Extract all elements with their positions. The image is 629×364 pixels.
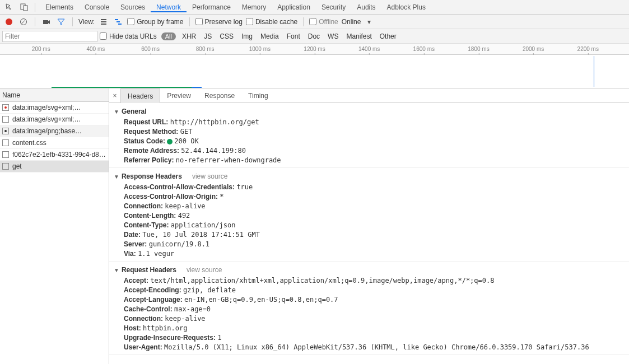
detail-tab-response[interactable]: Response — [198, 88, 241, 103]
detail-tab-timing[interactable]: Timing — [241, 88, 275, 103]
section-general: ▼GeneralRequest URL: http://httpbin.org/… — [109, 103, 629, 168]
device-toggle-icon[interactable] — [18, 1, 30, 13]
close-icon[interactable]: × — [109, 92, 120, 100]
request-list-header[interactable]: Name — [0, 88, 109, 102]
svg-rect-1 — [24, 6, 27, 11]
detail-tab-preview[interactable]: Preview — [160, 88, 198, 103]
tab-security[interactable]: Security — [316, 3, 351, 11]
preserve-log-checkbox[interactable]: Preserve log — [195, 18, 243, 26]
disable-cache-checkbox[interactable]: Disable cache — [246, 18, 297, 26]
svg-rect-4 — [43, 20, 48, 24]
tab-application[interactable]: Application — [272, 3, 316, 11]
record-button[interactable] — [3, 16, 15, 27]
request-name: f062c7e2-1efb-4331-99c4-d8… — [12, 151, 106, 158]
view-list-icon[interactable] — [98, 16, 109, 27]
timeline-ruler[interactable]: 200 ms400 ms600 ms800 ms1000 ms1200 ms14… — [0, 44, 629, 55]
tab-sources[interactable]: Sources — [115, 3, 151, 11]
clear-icon[interactable] — [18, 16, 29, 27]
timeline-overview[interactable] — [0, 55, 629, 88]
timeline-tick: 2200 ms — [577, 44, 599, 55]
request-name: get — [12, 162, 22, 170]
timeline-tick: 600 ms — [141, 44, 160, 55]
throttling-dropdown[interactable]: ▾ — [364, 18, 374, 26]
file-type-icon — [2, 163, 9, 170]
header-row: Date: Tue, 10 Jul 2018 17:41:51 GMT — [109, 230, 629, 240]
divider — [35, 17, 35, 26]
network-toolbar: View: Group by frame Preserve log Disabl… — [0, 15, 629, 29]
devtools-top-tabs: ElementsConsoleSourcesNetworkPerformance… — [0, 0, 629, 15]
section-header[interactable]: ▼Request Headersview source — [109, 264, 629, 276]
tab-console[interactable]: Console — [79, 3, 115, 11]
filter-type-ws[interactable]: WS — [324, 32, 342, 40]
timeline-tick: 2000 ms — [523, 44, 544, 55]
group-by-frame-checkbox[interactable]: Group by frame — [127, 18, 183, 26]
request-row[interactable]: f062c7e2-1efb-4331-99c4-d8… — [0, 149, 109, 161]
header-row: Upgrade-Insecure-Requests: 1 — [109, 333, 629, 343]
disable-cache-label: Disable cache — [255, 18, 297, 26]
tab-elements[interactable]: Elements — [40, 3, 79, 11]
filter-bar: Hide data URLs All XHRJSCSSImgMediaFontD… — [0, 29, 629, 44]
offline-label: Offline — [319, 18, 338, 26]
header-row: Accept: text/html,application/xhtml+xml,… — [109, 276, 629, 286]
svg-rect-10 — [118, 24, 122, 25]
filter-type-other[interactable]: Other — [376, 32, 400, 40]
request-row[interactable]: data:image/png;base… — [0, 125, 109, 137]
request-name: data:image/svg+xml;… — [12, 104, 81, 111]
svg-rect-8 — [115, 19, 118, 20]
file-type-icon — [2, 139, 9, 146]
divider — [303, 17, 304, 26]
offline-checkbox[interactable]: Offline — [309, 18, 338, 26]
filter-type-img[interactable]: Img — [237, 32, 257, 40]
view-source-link[interactable]: view source — [187, 266, 222, 274]
request-name: data:image/svg+xml;… — [12, 115, 81, 123]
camera-icon[interactable] — [41, 16, 52, 27]
section-header[interactable]: ▼Response Headersview source — [109, 170, 629, 183]
group-by-frame-label: Group by frame — [137, 18, 183, 26]
timeline-tick: 1600 ms — [413, 44, 435, 55]
section-response-headers: ▼Response Headersview sourceAccess-Contr… — [109, 168, 629, 262]
request-row[interactable]: get — [0, 161, 109, 172]
section-header[interactable]: ▼General — [109, 105, 629, 118]
request-row[interactable]: data:image/svg+xml;… — [0, 102, 109, 114]
filter-type-all[interactable]: All — [161, 32, 176, 40]
view-source-link[interactable]: view source — [192, 172, 227, 180]
header-row: Server: gunicorn/19.8.1 — [109, 240, 629, 249]
timeline-tick: 400 ms — [86, 44, 105, 55]
header-row: Accept-Language: en-IN,en-GB;q=0.9,en-US… — [109, 295, 629, 305]
timeline-tick: 1400 ms — [358, 44, 380, 55]
inspect-icon[interactable] — [3, 1, 16, 13]
tab-memory[interactable]: Memory — [236, 3, 272, 11]
view-label: View: — [78, 18, 95, 26]
request-row[interactable]: data:image/svg+xml;… — [0, 114, 109, 125]
tab-performance[interactable]: Performance — [187, 3, 236, 11]
header-row: Access-Control-Allow-Credentials: true — [109, 183, 629, 192]
header-row: Connection: keep-alive — [109, 202, 629, 211]
detail-tab-headers[interactable]: Headers — [120, 88, 160, 103]
filter-type-xhr[interactable]: XHR — [178, 32, 200, 40]
tab-audits[interactable]: Audits — [351, 3, 381, 11]
preserve-log-label: Preserve log — [205, 18, 243, 26]
header-row: Via: 1.1 vegur — [109, 249, 629, 259]
header-row: Content-Length: 492 — [109, 211, 629, 221]
svg-line-3 — [21, 20, 26, 24]
filter-icon[interactable] — [55, 16, 67, 27]
filter-input[interactable] — [2, 31, 97, 42]
request-row[interactable]: content.css — [0, 137, 109, 149]
header-row: User-Agent: Mozilla/5.0 (X11; Linux x86_… — [109, 343, 629, 352]
tab-network[interactable]: Network — [151, 3, 187, 12]
filter-type-js[interactable]: JS — [200, 32, 216, 40]
hide-data-urls-label: Hide data URLs — [109, 32, 157, 40]
timeline-tick: 1200 ms — [304, 44, 325, 55]
tab-adblock-plus[interactable]: Adblock Plus — [381, 3, 431, 11]
filter-type-doc[interactable]: Doc — [304, 32, 324, 40]
filter-type-css[interactable]: CSS — [216, 32, 237, 40]
file-type-icon — [2, 116, 9, 123]
filter-type-manifest[interactable]: Manifest — [342, 32, 375, 40]
filter-type-font[interactable]: Font — [283, 32, 304, 40]
timeline-tick: 200 ms — [32, 44, 50, 55]
view-waterfall-icon[interactable] — [113, 16, 124, 27]
hide-data-urls-checkbox[interactable]: Hide data URLs — [100, 32, 157, 40]
file-type-icon — [2, 151, 9, 158]
header-row: Access-Control-Allow-Origin: * — [109, 192, 629, 202]
filter-type-media[interactable]: Media — [257, 32, 283, 40]
